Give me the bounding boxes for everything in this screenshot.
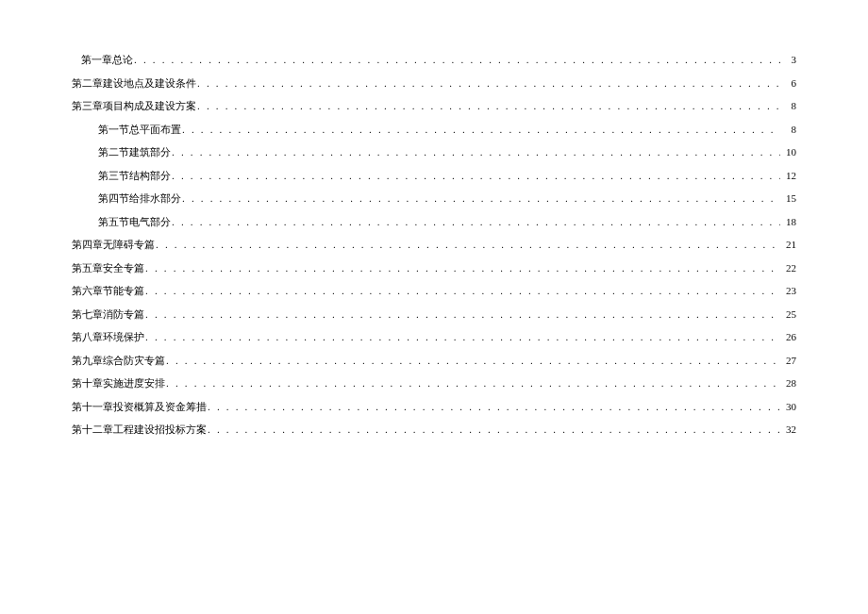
toc-title: 第五节电气部分	[98, 215, 171, 229]
toc-entry: 第七章消防专篇25	[72, 307, 796, 322]
toc-page-number: 6	[781, 77, 796, 89]
toc-page-number: 21	[781, 239, 796, 250]
toc-leader-dots	[166, 377, 780, 389]
toc-leader-dots	[208, 423, 780, 435]
toc-title: 第七章消防专篇	[72, 307, 144, 322]
toc-leader-dots	[134, 54, 780, 65]
toc-leader-dots	[172, 146, 780, 158]
toc-entry: 第一章总论3	[72, 53, 796, 67]
toc-page-number: 8	[781, 100, 796, 111]
toc-entry: 第八章环境保护26	[72, 330, 796, 344]
toc-title: 第一节总平面布置	[98, 123, 181, 137]
toc-page-number: 12	[781, 170, 796, 181]
toc-page-number: 27	[781, 355, 796, 366]
toc-title: 第八章环境保护	[72, 330, 144, 344]
toc-title: 第六章节能专篇	[72, 284, 144, 298]
toc-entry: 第四章无障碍专篇21	[72, 238, 796, 252]
toc-title: 第十二章工程建设招投标方案	[72, 423, 207, 437]
toc-title: 第二章建设地点及建设条件	[72, 76, 196, 91]
toc-page-number: 18	[781, 216, 796, 227]
toc-entry: 第九章综合防灾专篇27	[72, 354, 796, 368]
toc-title: 第十章实施进度安排	[72, 376, 165, 390]
toc-title: 第三章项目构成及建设方案	[72, 99, 196, 113]
toc-title: 第九章综合防灾专篇	[72, 354, 165, 368]
toc-page-number: 15	[781, 192, 796, 204]
toc-title: 第五章安全专篇	[72, 261, 144, 275]
toc-page-number: 3	[781, 54, 796, 65]
toc-entry: 第四节给排水部分15	[72, 191, 796, 206]
toc-entry: 第五节电气部分18	[72, 215, 796, 229]
toc-leader-dots	[145, 331, 780, 342]
toc-title: 第四节给排水部分	[98, 191, 181, 206]
toc-page-number: 28	[781, 377, 796, 389]
toc-leader-dots	[182, 192, 780, 204]
toc-leader-dots	[197, 100, 780, 111]
toc-title: 第一章总论	[81, 53, 133, 67]
toc-entry: 第二章建设地点及建设条件6	[72, 76, 796, 91]
toc-entry: 第一节总平面布置8	[72, 123, 796, 137]
toc-page-number: 8	[781, 124, 796, 135]
toc-entry: 第十二章工程建设招投标方案32	[72, 423, 796, 437]
toc-page-number: 26	[781, 331, 796, 342]
toc-leader-dots	[172, 216, 780, 227]
toc-entry: 第六章节能专篇23	[72, 284, 796, 298]
toc-title: 第四章无障碍专篇	[72, 238, 155, 252]
toc-leader-dots	[197, 77, 780, 89]
toc-page-number: 25	[781, 308, 796, 320]
toc-title: 第二节建筑部分	[98, 145, 171, 159]
toc-leader-dots	[166, 355, 780, 366]
toc-entry: 第十一章投资概算及资金筹措30	[72, 400, 796, 414]
toc-entry: 第十章实施进度安排28	[72, 376, 796, 390]
toc-page-number: 10	[781, 146, 796, 158]
toc-title: 第三节结构部分	[98, 169, 171, 183]
table-of-contents: 第一章总论3第二章建设地点及建设条件6第三章项目构成及建设方案8第一节总平面布置…	[72, 53, 796, 437]
toc-leader-dots	[182, 124, 780, 135]
toc-entry: 第二节建筑部分10	[72, 145, 796, 159]
toc-page-number: 30	[781, 401, 796, 412]
toc-entry: 第五章安全专篇22	[72, 261, 796, 275]
toc-leader-dots	[145, 262, 780, 274]
toc-entry: 第三节结构部分12	[72, 169, 796, 183]
toc-leader-dots	[172, 170, 780, 181]
toc-page-number: 23	[781, 285, 796, 296]
toc-page-number: 22	[781, 262, 796, 274]
toc-leader-dots	[208, 401, 780, 412]
toc-entry: 第三章项目构成及建设方案8	[72, 99, 796, 113]
toc-leader-dots	[145, 285, 780, 296]
toc-page-number: 32	[781, 423, 796, 435]
toc-title: 第十一章投资概算及资金筹措	[72, 400, 207, 414]
toc-leader-dots	[145, 308, 780, 320]
toc-leader-dots	[156, 239, 780, 250]
